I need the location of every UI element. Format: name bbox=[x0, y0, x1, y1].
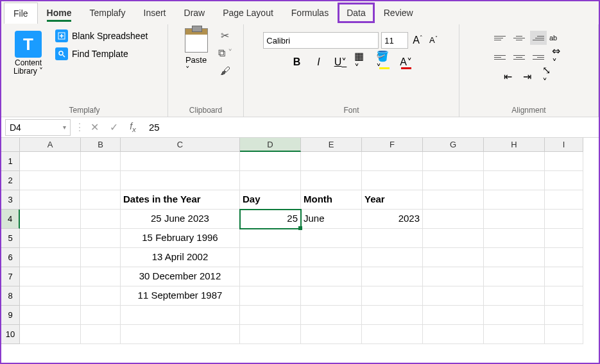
cell-B1[interactable] bbox=[81, 152, 121, 171]
align-center-button[interactable] bbox=[511, 50, 527, 64]
cell-E10[interactable] bbox=[301, 325, 362, 344]
cell-E8[interactable] bbox=[301, 286, 362, 306]
increase-font-button[interactable]: A˄ bbox=[411, 35, 425, 46]
cell-A5[interactable] bbox=[20, 229, 81, 248]
cell-E6[interactable] bbox=[301, 248, 362, 267]
tab-draw[interactable]: Draw bbox=[175, 3, 214, 23]
cell-F7[interactable] bbox=[362, 267, 423, 286]
align-bottom-button[interactable] bbox=[530, 31, 547, 45]
cell-H9[interactable] bbox=[484, 306, 545, 325]
fill-color-button[interactable]: 🪣 ˅ bbox=[376, 54, 393, 70]
cell-C9[interactable] bbox=[121, 306, 240, 325]
cell-B9[interactable] bbox=[81, 306, 121, 325]
row-header-7[interactable]: 7 bbox=[1, 267, 20, 286]
cell-H1[interactable] bbox=[484, 152, 545, 171]
format-painter-button[interactable]: 🖌 bbox=[218, 64, 233, 78]
row-header-3[interactable]: 3 bbox=[1, 190, 20, 210]
font-color-button[interactable]: A ˅ bbox=[398, 54, 415, 70]
tab-insert[interactable]: Insert bbox=[135, 3, 175, 23]
cell-I7[interactable] bbox=[545, 267, 583, 286]
col-header-A[interactable]: A bbox=[20, 138, 81, 152]
cell-F1[interactable] bbox=[362, 152, 423, 171]
spreadsheet-grid[interactable]: A B C D E F G H I 1 2 3Dates in the Year… bbox=[1, 138, 599, 344]
cell-I4[interactable] bbox=[545, 210, 583, 229]
align-middle-button[interactable] bbox=[511, 31, 527, 45]
row-header-6[interactable]: 6 bbox=[1, 248, 20, 267]
cell-F2[interactable] bbox=[362, 171, 423, 190]
cell-A6[interactable] bbox=[20, 248, 81, 267]
borders-button[interactable]: ▦ ˅ bbox=[354, 54, 371, 70]
cell-D3[interactable]: Day bbox=[240, 190, 301, 210]
cell-C10[interactable] bbox=[121, 325, 240, 344]
cell-I2[interactable] bbox=[545, 171, 583, 190]
cell-C1[interactable] bbox=[121, 152, 240, 171]
cell-G9[interactable] bbox=[423, 306, 484, 325]
cell-E4[interactable]: June bbox=[301, 210, 362, 229]
cell-D2[interactable] bbox=[240, 171, 301, 190]
align-left-button[interactable] bbox=[492, 50, 508, 64]
cell-E2[interactable] bbox=[301, 171, 362, 190]
cell-H5[interactable] bbox=[484, 229, 545, 248]
cell-D6[interactable] bbox=[240, 248, 301, 267]
cell-B7[interactable] bbox=[81, 267, 121, 286]
align-top-button[interactable] bbox=[492, 31, 508, 45]
merge-button[interactable]: ⇔ ˅ bbox=[549, 50, 566, 64]
italic-button[interactable]: I bbox=[311, 54, 327, 70]
cell-I8[interactable] bbox=[545, 286, 583, 306]
cell-C6[interactable]: 13 April 2002 bbox=[121, 248, 240, 267]
cell-F5[interactable] bbox=[362, 229, 423, 248]
cell-A4[interactable] bbox=[20, 210, 81, 229]
cell-B2[interactable] bbox=[81, 171, 121, 190]
cell-D4[interactable]: 25 bbox=[240, 210, 301, 229]
cell-G8[interactable] bbox=[423, 286, 484, 306]
cell-B8[interactable] bbox=[81, 286, 121, 306]
cancel-formula-button[interactable]: ✕ bbox=[85, 121, 104, 133]
col-header-F[interactable]: F bbox=[362, 138, 423, 152]
cell-G4[interactable] bbox=[423, 210, 484, 229]
cell-E1[interactable] bbox=[301, 152, 362, 171]
orientation-button[interactable]: ⤡ ˅ bbox=[540, 69, 556, 83]
cell-A1[interactable] bbox=[20, 152, 81, 171]
cell-H4[interactable] bbox=[484, 210, 545, 229]
cell-F3[interactable]: Year bbox=[362, 190, 423, 210]
cell-I1[interactable] bbox=[545, 152, 583, 171]
tab-page-layout[interactable]: Page Layout bbox=[214, 3, 282, 23]
cell-G7[interactable] bbox=[423, 267, 484, 286]
cell-B10[interactable] bbox=[81, 325, 121, 344]
cell-A3[interactable] bbox=[20, 190, 81, 210]
row-header-4[interactable]: 4 bbox=[1, 210, 20, 229]
cell-G10[interactable] bbox=[423, 325, 484, 344]
cell-H2[interactable] bbox=[484, 171, 545, 190]
col-header-G[interactable]: G bbox=[423, 138, 484, 152]
select-all-corner[interactable] bbox=[1, 138, 20, 152]
cell-G6[interactable] bbox=[423, 248, 484, 267]
row-header-2[interactable]: 2 bbox=[1, 171, 20, 190]
bold-button[interactable]: B bbox=[289, 54, 305, 70]
blank-spreadsheet-button[interactable]: Blank Spreadsheet bbox=[55, 29, 148, 42]
cell-D9[interactable] bbox=[240, 306, 301, 325]
cell-H8[interactable] bbox=[484, 286, 545, 306]
content-library-button[interactable]: T Content Library ˅ bbox=[6, 28, 50, 104]
row-header-10[interactable]: 10 bbox=[1, 325, 20, 344]
cell-D8[interactable] bbox=[240, 286, 301, 306]
cell-F9[interactable] bbox=[362, 306, 423, 325]
cell-F10[interactable] bbox=[362, 325, 423, 344]
font-size-select[interactable] bbox=[381, 32, 408, 49]
cell-F8[interactable] bbox=[362, 286, 423, 306]
cell-H3[interactable] bbox=[484, 190, 545, 210]
col-header-E[interactable]: E bbox=[301, 138, 362, 152]
cell-A8[interactable] bbox=[20, 286, 81, 306]
col-header-H[interactable]: H bbox=[484, 138, 545, 152]
cell-B4[interactable] bbox=[81, 210, 121, 229]
cell-G3[interactable] bbox=[423, 190, 484, 210]
tab-data[interactable]: Data bbox=[338, 3, 375, 23]
cell-I5[interactable] bbox=[545, 229, 583, 248]
col-header-D[interactable]: D bbox=[240, 138, 301, 152]
cell-C2[interactable] bbox=[121, 171, 240, 190]
cell-G5[interactable] bbox=[423, 229, 484, 248]
row-header-1[interactable]: 1 bbox=[1, 152, 20, 171]
cell-E3[interactable]: Month bbox=[301, 190, 362, 210]
cell-H10[interactable] bbox=[484, 325, 545, 344]
cell-A2[interactable] bbox=[20, 171, 81, 190]
col-header-C[interactable]: C bbox=[121, 138, 240, 152]
